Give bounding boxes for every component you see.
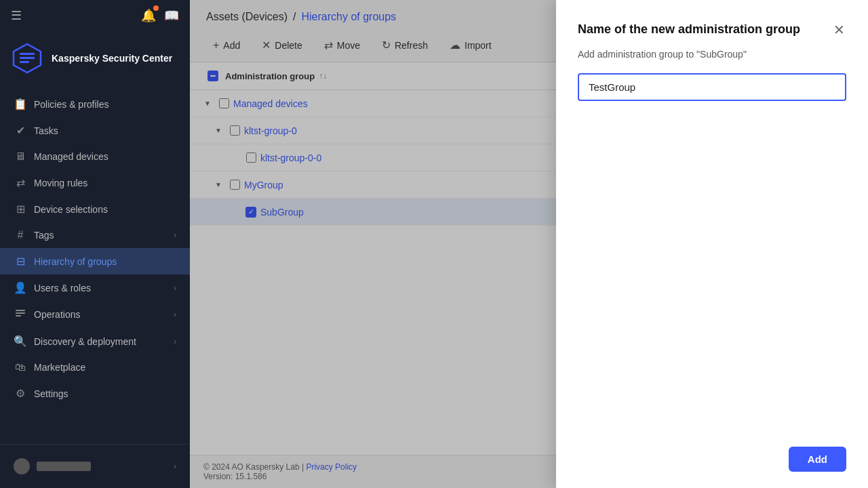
sidebar-item-label: Policies & profiles [34, 99, 109, 110]
notification-icon[interactable]: 🔔 [141, 8, 156, 23]
sidebar-nav: 📋 Policies & profiles ✔ Tasks 🖥 Managed … [0, 91, 190, 444]
svg-rect-3 [20, 61, 29, 63]
discovery-icon: 🔍 [14, 335, 27, 348]
operations-icon [14, 308, 27, 321]
marketplace-icon: 🛍 [14, 361, 27, 373]
hamburger-button[interactable]: ☰ [11, 8, 22, 23]
sidebar-item-label: Operations [34, 309, 80, 320]
svg-rect-5 [16, 312, 25, 314]
sidebar-item-device-selections[interactable]: ⊞ Device selections [0, 196, 190, 222]
dialog-close-button[interactable]: ✕ [832, 22, 846, 38]
header-icons: 🔔 📖 [141, 8, 179, 23]
users-chevron-icon: › [174, 283, 176, 293]
sidebar-item-policies[interactable]: 📋 Policies & profiles [0, 91, 190, 117]
sidebar-item-label: Users & roles [34, 283, 91, 293]
sidebar-item-tags[interactable]: # Tags › [0, 222, 190, 248]
dialog-subtitle: Add administration group to "SubGroup" [578, 49, 846, 60]
sidebar-item-tasks[interactable]: ✔ Tasks [0, 117, 190, 144]
device-selections-icon: ⊞ [14, 203, 27, 216]
sidebar-item-label: Discovery & deployment [34, 336, 136, 347]
app-title: Kaspersky Security Center [52, 52, 172, 64]
user-name [37, 462, 91, 471]
sidebar-item-settings[interactable]: ⚙ Settings [0, 380, 190, 407]
sidebar-item-label: Device selections [34, 204, 108, 215]
sidebar-item-managed-devices[interactable]: 🖥 Managed devices [0, 144, 190, 169]
dialog-add-label: Add [808, 453, 827, 465]
svg-rect-1 [20, 53, 35, 55]
dialog-subtitle-group: "SubGroup" [696, 49, 747, 60]
settings-icon: ⚙ [14, 387, 27, 400]
sidebar-item-users-roles[interactable]: 👤 Users & roles › [0, 274, 190, 301]
users-roles-icon: 👤 [14, 281, 27, 294]
moving-rules-icon: ⇄ [14, 176, 27, 189]
dialog-subtitle-prefix: Add administration group to [578, 49, 694, 60]
sidebar-item-label: Tasks [34, 125, 58, 136]
sidebar-item-moving-rules[interactable]: ⇄ Moving rules [0, 169, 190, 196]
logo-text: Kaspersky Security Center [52, 52, 172, 64]
dialog: Name of the new administration group ✕ A… [556, 0, 868, 488]
logo-hexagon [11, 42, 43, 75]
discovery-chevron-icon: › [174, 337, 176, 346]
sidebar-item-hierarchy-of-groups[interactable]: ⊟ Hierarchy of groups [0, 248, 190, 274]
book-icon[interactable]: 📖 [164, 8, 179, 23]
operations-chevron-icon: › [174, 310, 176, 319]
tags-icon: # [14, 229, 27, 241]
sidebar-item-label: Tags [34, 230, 54, 241]
user-item[interactable]: › [14, 453, 176, 480]
tags-chevron-icon: › [174, 230, 176, 240]
logo-section: Kaspersky Security Center [0, 31, 190, 91]
dialog-title: Name of the new administration group [578, 22, 800, 37]
svg-rect-4 [16, 310, 25, 311]
sidebar-item-operations[interactable]: Operations › [0, 301, 190, 328]
policies-icon: 📋 [14, 98, 27, 110]
dialog-add-button[interactable]: Add [789, 447, 846, 472]
hierarchy-icon: ⊟ [14, 255, 27, 268]
sidebar-item-label: Hierarchy of groups [34, 256, 117, 267]
sidebar-item-discovery-deployment[interactable]: 🔍 Discovery & deployment › [0, 328, 190, 354]
dialog-footer: Add [578, 447, 846, 472]
sidebar-footer: › [0, 444, 190, 488]
sidebar-item-label: Managed devices [34, 151, 108, 162]
sidebar-item-label: Settings [34, 388, 68, 399]
user-avatar [14, 458, 30, 474]
svg-rect-6 [16, 315, 21, 317]
tasks-icon: ✔ [14, 124, 27, 137]
sidebar-item-label: Moving rules [34, 178, 87, 188]
managed-devices-icon: 🖥 [14, 150, 27, 163]
sidebar-header: ☰ 🔔 📖 [0, 0, 190, 31]
dialog-header: Name of the new administration group ✕ [578, 22, 846, 38]
sidebar-item-label: Marketplace [34, 362, 85, 373]
main-content: Assets (Devices) / Hierarchy of groups +… [190, 0, 868, 488]
sidebar-item-marketplace[interactable]: 🛍 Marketplace [0, 354, 190, 380]
notification-badge [153, 5, 159, 11]
user-chevron-icon: › [174, 462, 176, 471]
hamburger-icon: ☰ [11, 8, 22, 23]
group-name-input[interactable] [578, 73, 846, 101]
svg-rect-2 [20, 57, 35, 59]
sidebar: ☰ 🔔 📖 Kaspersky Security Center 📋 Polici… [0, 0, 190, 488]
